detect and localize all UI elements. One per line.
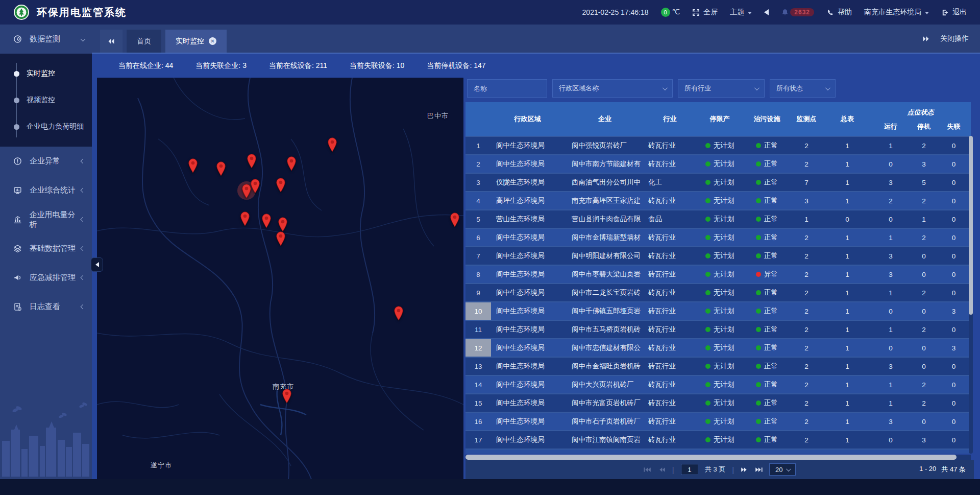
table-row[interactable]: 7阆中生态环境局阆中明阳建材有限公司砖瓦行业无计划正常21300 xyxy=(465,246,971,265)
tab-home[interactable]: 首页 xyxy=(127,30,161,53)
notification-bell[interactable]: 2632 xyxy=(781,8,814,16)
map-pin[interactable] xyxy=(187,158,199,173)
cell-region: 阆中生态环境局 xyxy=(491,141,564,150)
cell-pollution-facility: 正常 xyxy=(745,233,789,242)
cell-running: 1 xyxy=(870,142,911,150)
cell-total-meters: 1 xyxy=(824,436,870,444)
sidebar-item-emergency-reduction[interactable]: 应急减排管理 xyxy=(0,263,92,292)
map-pin[interactable] xyxy=(250,178,261,194)
table-row[interactable]: 9阆中生态环境局阆中市二龙长宝页岩砖砖瓦行业无计划正常21120 xyxy=(465,283,971,301)
alert-icon xyxy=(13,157,23,166)
table-row[interactable]: 13阆中生态环境局阆中市金福旺页岩机砖砖瓦行业无计划正常21300 xyxy=(465,357,971,375)
cell-pollution-facility: 正常 xyxy=(745,435,789,444)
tab-realtime-monitor[interactable]: 实时监控 ✕ xyxy=(165,30,227,53)
map-pin[interactable] xyxy=(277,217,288,232)
table-row[interactable]: 11阆中生态环境局阆中市五马桥页岩机砖砖瓦行业无计划正常21120 xyxy=(465,320,971,338)
help-button[interactable]: 帮助 xyxy=(826,8,852,17)
table-row[interactable]: 3仪陇生态环境局西南油气田分公司川中化工无计划正常71350 xyxy=(465,173,971,191)
table-row[interactable]: 2阆中生态环境局阆中市南方节能建材有砖瓦行业无计划正常21030 xyxy=(465,154,971,173)
tab-close-icon[interactable]: ✕ xyxy=(209,37,216,45)
vertical-scrollbar-thumb[interactable] xyxy=(969,136,973,315)
horizontal-scrollbar-thumb[interactable] xyxy=(465,455,957,460)
map-pin[interactable] xyxy=(261,213,272,228)
sidebar-subitem-video-monitor[interactable]: 视频监控 xyxy=(0,87,92,113)
map-collapse-button[interactable] xyxy=(91,257,103,272)
status-dot-green-icon xyxy=(756,437,761,442)
previous-page-button[interactable] xyxy=(658,467,666,473)
cell-pollution-facility: 异常 xyxy=(745,270,789,279)
name-search-field[interactable] xyxy=(474,85,541,92)
table-row[interactable]: 6阆中生态环境局阆中市金博瑞新型墙材砖瓦行业无计划正常21120 xyxy=(465,228,971,246)
page-number-input[interactable] xyxy=(681,464,698,475)
cell-disconnected: 0 xyxy=(937,326,971,334)
column-stopped: 停机 xyxy=(911,122,937,131)
table-row[interactable]: 15阆中生态环境局阆中市光富页岩机砖厂砖瓦行业无计划正常21120 xyxy=(465,393,971,412)
theme-menu[interactable]: 主题 xyxy=(730,8,752,17)
map-pin[interactable] xyxy=(239,211,251,226)
column-company: 企业 xyxy=(564,102,646,136)
sidebar-subitem-power-load-detail[interactable]: 企业电力负荷明细 xyxy=(0,113,92,140)
page-size-select[interactable]: 20 xyxy=(769,463,796,476)
status-dot-green-icon xyxy=(756,364,761,369)
table-row[interactable]: 8阆中生态环境局阆中市枣碧大梁山页岩砖瓦行业无计划异常21300 xyxy=(465,265,971,283)
cell-monitor-points: 1 xyxy=(789,216,824,223)
table-row[interactable]: 4高坪生态环境局南充市高坪区王家店建砖瓦行业无计划正常31220 xyxy=(465,191,971,209)
table-row[interactable]: 1阆中生态环境局阆中强锐页岩砖厂砖瓦行业无计划正常21120 xyxy=(465,136,971,154)
cell-monitor-points: 2 xyxy=(789,436,824,444)
table-row[interactable]: 10阆中生态环境局阆中千佛镇五郎垭页岩砖瓦行业无计划正常21003 xyxy=(465,301,971,320)
double-arrow-right-icon[interactable] xyxy=(922,36,930,42)
sidebar-subitem-realtime-monitor[interactable]: 实时监控 xyxy=(0,60,92,87)
close-operations-button[interactable]: 关闭操作 xyxy=(940,34,969,43)
table-row[interactable]: 16阆中生态环境局阆中市石子页岩机砖厂砖瓦行业无计划正常21300 xyxy=(465,412,971,430)
cell-index: 6 xyxy=(465,229,491,246)
map-pin[interactable] xyxy=(281,388,292,404)
sidebar-item-log-view[interactable]: 日志查看 xyxy=(0,292,92,321)
organization-menu[interactable]: 南充市生态环境局 xyxy=(864,8,929,17)
map-pin[interactable] xyxy=(327,137,338,152)
fullscreen-button[interactable]: 全屏 xyxy=(692,8,718,17)
map-panel[interactable]: 巴中市南充市遂宁市 xyxy=(97,78,463,479)
map-pin[interactable] xyxy=(215,161,227,176)
brand: 环保用电监管系统 xyxy=(13,4,127,20)
last-page-button[interactable] xyxy=(755,467,763,473)
cell-disconnected: 0 xyxy=(937,160,971,168)
table-row[interactable]: 5营山生态环境局营山县润丰肉食品有限食品无计划正常10010 xyxy=(465,209,971,228)
sidebar-item-base-data[interactable]: 基础数据管理 xyxy=(0,234,92,263)
industry-filter-select[interactable]: 所有行业 xyxy=(678,79,765,98)
cell-running: 0 xyxy=(870,308,911,315)
map-pin[interactable] xyxy=(246,153,257,169)
status-filter-select[interactable]: 所有状态 xyxy=(770,79,836,98)
cell-stop-limit: 无计划 xyxy=(694,435,745,444)
cell-total-meters: 1 xyxy=(824,160,870,168)
map-pin[interactable] xyxy=(393,305,404,321)
first-page-button[interactable] xyxy=(644,467,651,473)
cell-region: 阆中生态环境局 xyxy=(491,362,564,371)
sidebar-item-enterprise-abnormal[interactable]: 企业异常 xyxy=(0,147,92,176)
pagination-bar: | 共 3 页 | 20 1 - 20 共 47 条 xyxy=(465,460,974,479)
sidebar-item-power-usage-analysis[interactable]: 企业用电量分析 xyxy=(0,205,92,234)
map-pin[interactable] xyxy=(275,177,286,193)
previous-page-icon xyxy=(658,467,666,473)
stat-item: 当前在线设备: 211 xyxy=(269,61,327,70)
table-row[interactable]: 17阆中生态环境局阆中市江南镇阆南页岩砖瓦行业无计划正常21030 xyxy=(465,430,971,449)
region-filter-select[interactable]: 行政区域名称 xyxy=(552,79,673,98)
table-row[interactable]: 12阆中生态环境局阆中市忠信建材有限公砖瓦行业无计划正常21003 xyxy=(465,338,971,357)
first-page-icon xyxy=(644,467,651,473)
map-pin[interactable] xyxy=(286,156,297,171)
cell-industry: 砖瓦行业 xyxy=(646,270,694,279)
cell-total-meters: 1 xyxy=(824,308,870,315)
sidebar-item-data-monitor[interactable]: 数据监测 xyxy=(0,25,92,54)
chevron-left-icon xyxy=(81,159,86,164)
next-page-button[interactable] xyxy=(741,467,748,473)
map-pin[interactable] xyxy=(275,231,286,246)
speaker-mute-button[interactable] xyxy=(764,9,769,15)
tabs-scroll-left-button[interactable] xyxy=(100,30,122,53)
map-pin[interactable] xyxy=(449,212,460,227)
logout-button[interactable]: 退出 xyxy=(941,8,967,17)
name-search-input[interactable] xyxy=(467,79,547,98)
sidebar-item-enterprise-statistics[interactable]: 企业综合统计 xyxy=(0,176,92,205)
table-row[interactable]: 18南部生态环境局南部县瑞华土陶有限公砖瓦行业无计划正常21030 xyxy=(465,449,971,454)
sidebar-item-label: 应急减排管理 xyxy=(30,273,76,282)
cell-disconnected: 0 xyxy=(937,436,971,444)
table-row[interactable]: 14阆中生态环境局阆中大兴页岩机砖厂砖瓦行业无计划正常21120 xyxy=(465,375,971,393)
